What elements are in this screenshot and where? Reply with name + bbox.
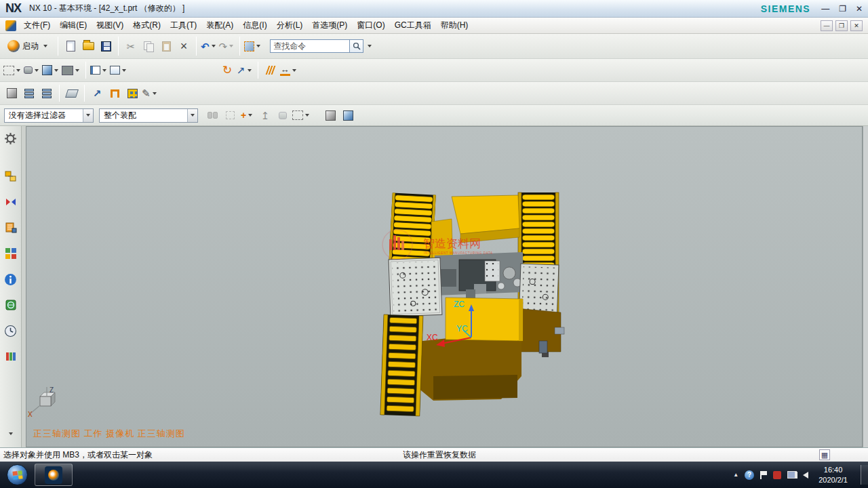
hidden-icons-button[interactable]: ▲	[733, 472, 738, 478]
sequence-button[interactable]	[38, 85, 56, 102]
web-browser-tab[interactable]	[3, 297, 19, 313]
assembly-navigator-tab[interactable]	[3, 168, 19, 184]
resource-bar-expand-button[interactable]	[7, 435, 15, 445]
child-close-button[interactable]: ✕	[850, 20, 863, 31]
dropdown-button[interactable]	[83, 109, 93, 122]
chevron-down-icon[interactable]	[248, 114, 252, 117]
show-desktop-button[interactable]	[861, 465, 868, 485]
constraint-navigator-tab[interactable]	[3, 194, 19, 210]
taskbar-nx-app[interactable]	[35, 464, 73, 486]
move-up-button[interactable]: ↥	[256, 106, 274, 124]
selection-filter-dropdown[interactable]: 没有选择过滤器	[4, 108, 94, 123]
shaded-view-button[interactable]	[41, 62, 61, 79]
touch-mode-button[interactable]	[243, 37, 263, 55]
render-style-button[interactable]	[23, 62, 41, 79]
assembly-constraints-button[interactable]	[106, 85, 123, 102]
taskbar-clock[interactable]: 16:40 2020/2/1	[818, 465, 848, 485]
start-button[interactable]	[7, 464, 28, 485]
reuse-library-tab[interactable]	[3, 245, 19, 262]
menu-analysis[interactable]: 分析(L)	[272, 18, 308, 33]
graphics-window[interactable]: ZC YC XC 智造资料网 INTELLIGENT MANUFACTURING…	[26, 126, 863, 447]
menu-information[interactable]: 信息(I)	[238, 18, 271, 33]
child-minimize-button[interactable]: —	[821, 20, 833, 31]
command-finder-input[interactable]	[270, 39, 350, 53]
roles-gear-button[interactable]	[3, 130, 19, 146]
action-center-flag-icon[interactable]	[760, 471, 767, 479]
hd3d-tools-tab[interactable]	[3, 271, 19, 287]
system-materials-tab[interactable]	[3, 348, 19, 365]
search-options-chevron-icon[interactable]	[368, 45, 372, 47]
clearance-button[interactable]	[63, 85, 81, 102]
rotate-view-button[interactable]: ↻	[218, 62, 236, 79]
menu-format[interactable]: 格式(R)	[128, 18, 165, 33]
measure-button[interactable]: ↔	[279, 62, 299, 79]
chevron-down-icon[interactable]	[248, 69, 252, 72]
tray-red-app-icon[interactable]	[773, 471, 781, 479]
background-button[interactable]	[61, 62, 82, 79]
chevron-down-icon[interactable]	[75, 69, 79, 72]
history-tab[interactable]	[3, 323, 19, 339]
volume-icon[interactable]	[803, 472, 808, 479]
selection-scope-dropdown[interactable]: 整个装配	[99, 108, 198, 123]
open-button[interactable]	[79, 37, 97, 55]
copy-button[interactable]	[140, 37, 157, 55]
new-file-button[interactable]	[62, 37, 79, 55]
select-solids-button[interactable]	[339, 106, 357, 124]
status-grid-button[interactable]: ▦	[819, 449, 830, 460]
find-component-button[interactable]	[3, 85, 20, 102]
chevron-down-icon[interactable]	[54, 69, 58, 72]
chevron-down-icon[interactable]	[122, 69, 126, 72]
highlight-solids-button[interactable]	[321, 106, 339, 124]
child-restore-button[interactable]: ❐	[835, 20, 848, 31]
view-triad[interactable]: Z X	[28, 386, 55, 418]
maximize-button[interactable]: ❐	[839, 4, 846, 14]
tray-help-icon[interactable]: ?	[745, 470, 754, 480]
chevron-down-icon[interactable]	[305, 114, 309, 117]
add-to-selection-button[interactable]: +	[239, 106, 256, 124]
cut-button[interactable]: ✂	[122, 37, 140, 55]
menu-gc-toolbox[interactable]: GC工具箱	[390, 18, 436, 33]
undo-button[interactable]: ↶	[200, 37, 218, 55]
chevron-down-icon[interactable]	[16, 69, 20, 72]
chevron-down-icon[interactable]	[153, 92, 157, 95]
snap-point-button[interactable]	[262, 62, 279, 79]
paste-button[interactable]	[157, 37, 175, 55]
menu-tools[interactable]: 工具(T)	[165, 18, 201, 33]
exploded-views-button[interactable]	[20, 85, 38, 102]
chevron-down-icon[interactable]	[35, 69, 39, 72]
move-component-button[interactable]: ↗	[88, 85, 106, 102]
edit-component-button[interactable]: ✎	[141, 85, 159, 102]
chevron-down-icon[interactable]	[212, 45, 216, 47]
chevron-down-icon[interactable]	[102, 69, 106, 72]
menu-help[interactable]: 帮助(H)	[436, 18, 473, 33]
web-browser-icon	[5, 299, 17, 311]
menu-edit[interactable]: 编辑(E)	[55, 18, 92, 33]
select-all-button[interactable]	[221, 106, 239, 124]
model-canvas[interactable]: ZC YC XC 智造资料网 INTELLIGENT MANUFACTURING…	[26, 127, 863, 447]
menu-window[interactable]: 窗口(O)	[352, 18, 389, 33]
deselect-button[interactable]	[274, 106, 292, 124]
minimize-button[interactable]: —	[821, 4, 829, 14]
rectangle-select-button[interactable]	[292, 106, 312, 124]
chevron-down-icon[interactable]	[292, 69, 296, 72]
dropdown-button[interactable]	[187, 109, 197, 122]
save-button[interactable]	[97, 37, 115, 55]
window-cascade-button[interactable]	[109, 62, 129, 79]
show-hide-button[interactable]: ↗	[236, 62, 254, 79]
menu-view[interactable]: 视图(V)	[92, 18, 128, 33]
menu-assemblies[interactable]: 装配(A)	[201, 18, 238, 33]
window-layout-button[interactable]	[90, 62, 109, 79]
chevron-down-icon[interactable]	[229, 45, 233, 47]
orient-view-button[interactable]	[3, 62, 23, 79]
chevron-down-icon[interactable]	[256, 45, 260, 47]
start-menu-button[interactable]: 启动	[3, 37, 54, 55]
search-button[interactable]	[350, 39, 363, 53]
part-navigator-tab[interactable]	[3, 220, 19, 236]
menu-file[interactable]: 文件(F)	[19, 18, 55, 33]
pattern-component-button[interactable]	[123, 85, 141, 102]
delete-button[interactable]: ×	[175, 37, 193, 55]
find-in-window-button[interactable]	[203, 106, 221, 124]
redo-button[interactable]: ↷	[218, 37, 237, 55]
menu-preferences[interactable]: 首选项(P)	[307, 18, 352, 33]
close-button[interactable]: ✕	[856, 4, 863, 14]
